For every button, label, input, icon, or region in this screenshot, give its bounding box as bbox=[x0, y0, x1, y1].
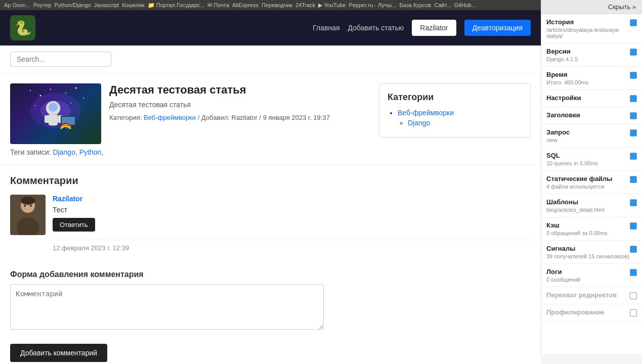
djdt-checkbox-staticfiles[interactable] bbox=[630, 176, 637, 183]
subcategory-item: Django bbox=[408, 119, 522, 127]
djdt-panel-settings-title: Настройки bbox=[546, 94, 581, 102]
comment-item: Razilator Тест Ответить 12 февраля 2023 … bbox=[10, 195, 531, 252]
logout-button[interactable]: Деавторизация bbox=[464, 20, 531, 36]
djdt-checkbox-settings[interactable] bbox=[630, 95, 637, 102]
subcategory-list: Django bbox=[398, 119, 522, 127]
search-input[interactable] bbox=[10, 52, 111, 67]
djdt-panel-templates-title: Шаблоны bbox=[546, 198, 605, 206]
svg-point-1 bbox=[40, 95, 41, 97]
article-image-decoration bbox=[25, 85, 86, 142]
tag-django-link[interactable]: Django bbox=[53, 148, 75, 156]
djdt-checkbox-sql[interactable] bbox=[630, 153, 637, 160]
djdt-panel-signals[interactable]: Сигналы 39 получателей 15 сигналов(ов) bbox=[541, 241, 642, 264]
categories-sidebar: Категории Веб-фреймворки Django bbox=[379, 83, 531, 144]
djdt-checkbox-headers[interactable] bbox=[630, 112, 637, 119]
djdt-panel-cache-subtitle: 0 обращений за 0.00ms bbox=[546, 230, 608, 236]
comment-author-link[interactable]: Razilator bbox=[53, 195, 82, 203]
username-button[interactable]: Razilator bbox=[412, 20, 456, 36]
djdt-panel-versions-title: Версии bbox=[546, 48, 578, 55]
svg-point-22 bbox=[24, 205, 26, 207]
djdt-panel-staticfiles-title: Статические файлы bbox=[546, 175, 612, 183]
djdt-panel-settings[interactable]: Настройки bbox=[541, 90, 642, 107]
reply-button[interactable]: Ответить bbox=[53, 218, 95, 232]
djdt-checkbox-templates[interactable] bbox=[630, 199, 637, 206]
category-web-link[interactable]: Веб-фреймворки bbox=[398, 109, 454, 117]
djdt-panel-signals-subtitle: 39 получателей 15 сигналов(ов) bbox=[546, 253, 629, 259]
djdt-panel-sql[interactable]: SQL 10 queries in 5.00ms bbox=[541, 148, 642, 171]
djdt-panel-templates[interactable]: Шаблоны blog/articles_detail.html bbox=[541, 194, 642, 217]
browser-tab: Javascript bbox=[94, 2, 119, 8]
djdt-panel-sql-subtitle: 10 queries in 5.00ms bbox=[546, 160, 598, 166]
categories-box: Категории Веб-фреймворки Django bbox=[379, 83, 531, 138]
svg-point-11 bbox=[49, 103, 58, 112]
djdt-panel-redirects[interactable]: Перехват редиректов bbox=[541, 287, 642, 304]
djdt-panel-headers[interactable]: Заголовки bbox=[541, 107, 642, 124]
djdt-panel-time[interactable]: Время Итого: 460.00ms bbox=[541, 67, 642, 90]
djdt-panel-logs-title: Логи bbox=[546, 268, 580, 276]
djdt-panel-staticfiles-subtitle: 4 файла используется bbox=[546, 184, 612, 190]
browser-tab: 24Track bbox=[295, 2, 315, 8]
comments-section: Комментарии bbox=[0, 165, 541, 270]
browser-tab: ▶ YouTube bbox=[318, 2, 346, 9]
article-body: Десятая тестовая статья Десятая тестовая… bbox=[109, 83, 369, 144]
djdt-checkbox-cache[interactable] bbox=[630, 222, 637, 230]
djdt-panel-request[interactable]: Запрос view bbox=[541, 124, 642, 148]
add-comment-title: Форма добавления комментария bbox=[10, 270, 531, 279]
article-summary: Десятая тестовая статья bbox=[109, 101, 369, 109]
djdt-checkbox-signals[interactable] bbox=[630, 246, 637, 253]
djdt-panel-redirects-title: Перехват редиректов bbox=[546, 291, 617, 299]
djdt-panel-profiling[interactable]: Профилирование bbox=[541, 304, 642, 322]
djdt-panel-request-subtitle: view bbox=[546, 137, 570, 143]
djdt-panel-signals-title: Сигналы bbox=[546, 245, 629, 252]
djdt-checkbox-redirects[interactable] bbox=[630, 292, 637, 299]
added-by-label: Добавил: bbox=[201, 114, 230, 121]
article-date: 9 января 2023 г. 19:37 bbox=[263, 114, 330, 121]
djdt-panel-history[interactable]: История /articles/desyataya-testovaya-st… bbox=[541, 14, 642, 43]
svg-point-24 bbox=[25, 209, 30, 211]
nav-links: Главная Добавить статью Razilator Деавто… bbox=[313, 20, 531, 36]
nav-home-link[interactable]: Главная bbox=[313, 24, 339, 32]
subcategory-django-link[interactable]: Django bbox=[408, 119, 430, 127]
svg-rect-12 bbox=[49, 114, 58, 125]
djdt-panel-profiling-title: Профилирование bbox=[546, 308, 605, 316]
djdt-panel-staticfiles[interactable]: Статические файлы 4 файла используется bbox=[541, 171, 642, 194]
djdt-panel-time-subtitle: Итого: 460.00ms bbox=[546, 79, 588, 85]
svg-point-0 bbox=[30, 90, 31, 91]
article-meta: Категория: Веб-фреймворки / Добавил: Raz… bbox=[109, 114, 369, 121]
browser-tab: GitHub... bbox=[454, 2, 476, 8]
browser-tab: ✉ Почта bbox=[207, 2, 229, 9]
svg-point-3 bbox=[65, 93, 66, 94]
djdt-panel-sql-title: SQL bbox=[546, 152, 598, 159]
category-item: Веб-фреймворки Django bbox=[398, 109, 522, 127]
logo-icon: 🐍 bbox=[10, 15, 35, 40]
djdt-checkbox-request[interactable] bbox=[630, 129, 637, 136]
djdt-checkbox-logs[interactable] bbox=[630, 269, 637, 276]
search-bar-container bbox=[0, 46, 541, 73]
djdt-panel-time-title: Время bbox=[546, 71, 588, 78]
avatar-image bbox=[10, 195, 46, 235]
tag-python-link[interactable]: Python bbox=[79, 148, 102, 156]
djdt-checkbox-history[interactable] bbox=[630, 19, 637, 26]
djdt-panel-versions-subtitle: Django 4.1.5 bbox=[546, 56, 578, 62]
article-author: Razilator bbox=[232, 114, 258, 121]
add-comment-button[interactable]: Добавить комментарий bbox=[10, 344, 107, 362]
add-comment-section: Форма добавления комментария Добавить ко… bbox=[0, 270, 541, 364]
browser-tab: Ар Oxon... bbox=[4, 2, 30, 8]
djdt-checkbox-time[interactable] bbox=[630, 72, 637, 79]
djdt-checkbox-profiling[interactable] bbox=[630, 309, 637, 316]
djdt-hide-button[interactable]: Скрыть » bbox=[541, 0, 642, 14]
comments-title: Комментарии bbox=[10, 175, 531, 187]
category-link[interactable]: Веб-фреймворки bbox=[144, 114, 196, 121]
comment-body: Razilator Тест Ответить 12 февраля 2023 … bbox=[53, 195, 531, 252]
djdt-panel-logs[interactable]: Логи 0 сообщений bbox=[541, 264, 642, 287]
djdt-checkbox-versions[interactable] bbox=[630, 49, 637, 56]
browser-tab: AliExpress bbox=[232, 2, 259, 8]
svg-point-20 bbox=[21, 197, 35, 205]
comment-textarea[interactable] bbox=[10, 284, 324, 330]
categories-title: Категории bbox=[388, 92, 522, 103]
djdt-panel-cache-title: Кэш bbox=[546, 221, 608, 229]
djdt-panel-cache[interactable]: Кэш 0 обращений за 0.00ms bbox=[541, 217, 642, 241]
djdt-panel-headers-title: Заголовки bbox=[546, 111, 580, 119]
djdt-panel-versions[interactable]: Версии Django 4.1.5 bbox=[541, 43, 642, 67]
nav-add-article-link[interactable]: Добавить статью bbox=[348, 24, 404, 32]
